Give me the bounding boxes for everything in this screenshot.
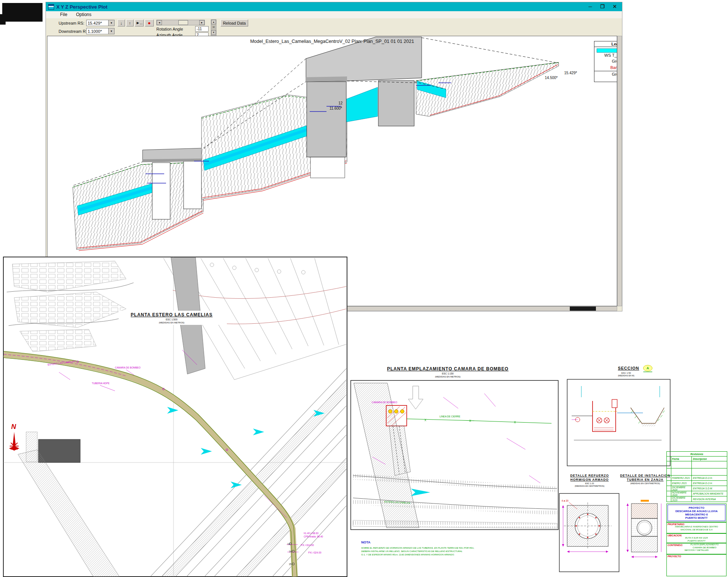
detalle1-title-2: HORMIGON ARMADO [571, 478, 609, 482]
proyecto-line1: DESCARGA DE AGUAS LLUVIA [668, 509, 725, 513]
station-label-12: 12 [338, 101, 343, 105]
azimuth-spinner[interactable]: ▲ ∞ ▼ [211, 19, 216, 36]
bridge-right [306, 37, 422, 178]
window-titlebar[interactable]: X Y Z Perspective Plot ─ ❐ ✕ [46, 2, 622, 11]
minimize-icon[interactable]: ─ [588, 3, 592, 11]
rev-fecha: ENERO 2021 [671, 481, 692, 486]
propietario-line2: NACIONAL DE BODEGAJE S.A [667, 529, 726, 531]
spinner-track[interactable]: ∞ [211, 24, 216, 30]
rev-fecha: DICIEMBRE 2020 [671, 486, 692, 491]
screenshot-root: X Y Z Perspective Plot ─ ❐ ✕ File Option… [0, 0, 728, 577]
seccion-units: (MEDIDAS EN M) [618, 374, 634, 377]
plan-left-scale: ESC 1:500 [166, 318, 178, 321]
planta-emplazamiento-drawing: PLANTA EMPLAZAMIENTO CAMARA DE BOMBEO ES… [350, 364, 559, 576]
seccion-title: SECCION [618, 366, 639, 370]
contenido-line2: CAMARA DE BOMBEO [667, 546, 726, 549]
rotation-angle-input[interactable]: -11 [195, 26, 209, 32]
window-title: X Y Z Perspective Plot [56, 4, 107, 10]
detalle2-content [627, 500, 661, 558]
slider-left-icon[interactable]: ◄ [157, 20, 162, 25]
revision-row: FEBRERO 2021 ENTREGA D.O.H. [667, 476, 727, 481]
revision-table: Revisiones Fecha Descripcion FEBRERO 202… [666, 451, 727, 502]
animate-play-button[interactable]: ►‥ [135, 19, 144, 26]
menu-options[interactable]: Options [72, 11, 95, 18]
menu-bar: File Options [46, 11, 622, 19]
ubicacion-line1: RUTA 5 SUR KM 1025 [667, 537, 726, 540]
legend-ground-label: Ground [594, 59, 617, 63]
spinner-up-icon[interactable]: ▲ [211, 20, 216, 24]
propietario-line1: INMOBILIARIA E INVERSIONES CENTRO [667, 526, 726, 529]
step-up-button[interactable]: ↑ [126, 19, 134, 26]
cota2-label: CPEntrada: 68.40 [304, 535, 323, 538]
plan-left-units: (MEDIDAS EN METROS) [159, 322, 185, 324]
seccion-a-drawing: SECCION A ESC 1:50 (MEDIDAS EN M) [566, 364, 671, 468]
legend-ground2-label: Ground [594, 71, 617, 76]
screen-artifact-block [2, 3, 43, 22]
contenido-line3: SECCION Y DETALLES [667, 549, 726, 552]
step-down-button[interactable]: ↓ [118, 19, 125, 26]
contenido-label: CONTENIDO: [667, 543, 683, 546]
plot-vertical-scrollbar[interactable] [617, 36, 622, 306]
ubicacion-label: UBICACION: [667, 534, 726, 537]
terrain-ribbon-right [416, 62, 559, 116]
downstream-rs-label: Downstream RS: [59, 29, 90, 34]
dropdown-icon[interactable]: ▼ [108, 28, 114, 34]
station-14: 14 [289, 550, 292, 553]
rev-col-fecha: Fecha [671, 457, 692, 461]
proyecto-line3: PUERTO MONTT [668, 516, 725, 520]
plan-right-scale: ESC 1:150 [442, 372, 454, 375]
detalle1-title-1: DETALLE REFUERZO [570, 474, 609, 477]
legend-bank-label: Bank Sta [594, 65, 617, 70]
record-button[interactable]: ● [145, 19, 154, 26]
reload-data-button[interactable]: Reload Data [221, 19, 248, 26]
tuberia-label: TUBERIA HDPE [92, 382, 110, 385]
hscroll-thumb[interactable] [570, 307, 596, 311]
station-label-11600: 11.600* [329, 106, 342, 110]
north-label: N [11, 423, 16, 430]
dropdown-icon[interactable]: ▼ [108, 20, 114, 26]
plot-title: Model_Estero_Las_Camelias_MegaCentroV_02… [47, 39, 617, 44]
rev-fecha: FEBRERO 2021 [671, 476, 692, 480]
revision-row: DICIEMBRE 2020 REVISIÓN INTERNA [667, 496, 727, 502]
station-label-15429: 15.429* [564, 71, 577, 75]
detalle1-units: (MEDIDAS EN CENTIMETROS) [575, 485, 604, 487]
rev-desc: APROBACION MANDANTE [692, 492, 727, 495]
seccion-frame [567, 379, 670, 466]
seccion-scale: ESC 1:50 [621, 372, 631, 374]
proyecto2-row: PROYECTO [666, 554, 727, 576]
detalle2-title-1: DETALLE DE INSTALACION [620, 474, 670, 477]
downstream-rs-value: 1.1000* [87, 29, 108, 34]
nota-line-1: SOBRE EL REFUERZO DE HORMIGON ARMADO DE … [361, 547, 474, 549]
close-icon[interactable]: ✕ [613, 3, 617, 11]
cota1-label: h1.40 x 68.63 [304, 532, 319, 534]
menu-file[interactable]: File [56, 11, 71, 18]
rasante-mark [641, 500, 649, 502]
revision-row: DICIEMBRE 2020 ENTREGA S.D.M. [667, 486, 727, 491]
slider-thumb[interactable] [178, 20, 188, 25]
detalle1-content: 4 ø 20 [562, 499, 612, 553]
nota-title: NOTA [361, 540, 371, 544]
rotation-slider[interactable]: ◄ ► [156, 20, 205, 25]
title-block: Revisiones Fecha Descripcion FEBRERO 202… [666, 451, 727, 577]
contenido-row: CONTENIDO: PLANTA EMPLAZAMIENTO CAMARA D… [666, 543, 727, 554]
toolbar: Upstream RS: 15.429* ▼ Downstream RS: 1.… [46, 18, 622, 36]
proyecto-line2: MEGACENTRO 6 [668, 513, 725, 516]
revision-row: ENERO 2021 ENTREGA D.O.H. [667, 481, 727, 486]
downstream-rs-combo[interactable]: 1.1000* ▼ [86, 28, 115, 34]
revision-table-title: Revisiones [667, 452, 727, 457]
spinner-down-icon[interactable]: ▼ [211, 30, 216, 35]
legend-ws-label: WS T_25_Años [594, 53, 617, 57]
nota-line-2: DEBERA INSTALARSE UN RELLENO, SEGUN CARA… [361, 550, 462, 552]
rev-fecha: DICIEMBRE 2020 [671, 496, 692, 502]
slider-right-icon[interactable]: ► [199, 20, 204, 25]
rev-desc: ENTREGA D.O.H. [692, 482, 727, 485]
upstream-rs-combo[interactable]: 15.429* ▼ [86, 20, 115, 26]
plan-right-units: (MEDIDAS EN METROS) [435, 376, 461, 378]
rev-col-desc: Descripcion [692, 458, 727, 460]
maximize-icon[interactable]: ❐ [600, 3, 604, 11]
propietario-row: PROPIETARIO: INMOBILIARIA E INVERSIONES … [666, 522, 727, 533]
rev-desc: REVISIÓN INTERNA [692, 498, 727, 501]
seccion-tag: A [647, 366, 649, 370]
rev-desc: ENTREGA S.D.M. [692, 487, 727, 490]
rotation-angle-label: Rotation Angle [156, 27, 183, 31]
